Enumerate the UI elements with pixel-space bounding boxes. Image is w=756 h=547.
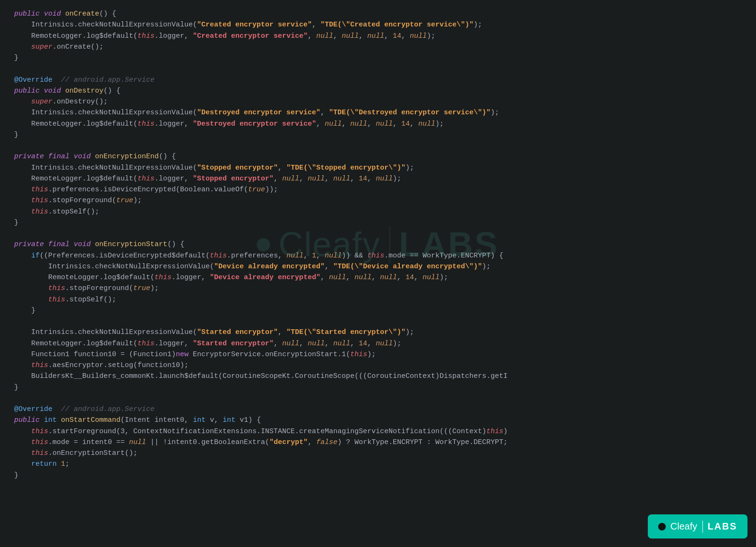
code-line: Intrinsics.checkNotNullExpressionValue("… (14, 162, 742, 173)
blank-line (14, 316, 742, 327)
code-line: RemoteLogger.log$default(this.logger, "S… (14, 173, 742, 184)
code-line: private final void onEncryptionStart() { (14, 239, 742, 250)
code-line: } (14, 52, 742, 63)
code-line: public void onCreate() { (14, 9, 742, 19)
blank-line (14, 140, 742, 151)
code-line: this.preferences.isDeviceEncrypted(Boole… (14, 184, 742, 195)
code-line: super.onDestroy(); (14, 96, 742, 107)
code-view: Cleafy LABS public void onCreate() { Int… (0, 0, 756, 489)
code-line: RemoteLogger.log$default(this.logger, "D… (14, 272, 742, 283)
code-line: RemoteLogger.log$default(this.logger, "C… (14, 31, 742, 42)
code-line: RemoteLogger.log$default(this.logger, "D… (14, 119, 742, 129)
code-line: private final void onEncryptionEnd() { (14, 151, 742, 162)
code-line: public void onDestroy() { (14, 85, 742, 96)
code-line: } (14, 217, 742, 228)
code-line: Intrinsics.checkNotNullExpressionValue("… (14, 107, 742, 118)
code-line: @Override // android.app.Service (14, 75, 742, 85)
code-line: this.startForeground(3, ContextNotificat… (14, 426, 742, 437)
badge-cleafy-text: Cleafy (670, 519, 697, 534)
badge-dot (658, 523, 666, 530)
code-line: Function1 function10 = (Function1)new En… (14, 349, 742, 360)
blank-line (14, 228, 742, 239)
code-line: RemoteLogger.log$default(this.logger, "S… (14, 338, 742, 349)
code-line: if((Preferences.isDeviceEncrypted$defaul… (14, 250, 742, 261)
cleafy-labs-badge: Cleafy LABS (648, 514, 747, 538)
code-line: this.stopForeground(true); (14, 195, 742, 206)
code-line: } (14, 382, 742, 393)
code-line: this.onEncryptionStart(); (14, 448, 742, 459)
code-line: Intrinsics.checkNotNullExpressionValue("… (14, 327, 742, 338)
code-line: } (14, 470, 742, 481)
code-line: this.stopForeground(true); (14, 283, 742, 294)
code-line: this.aesEncryptor.setLog(function10); (14, 360, 742, 371)
code-line: } (14, 305, 742, 316)
code-line: } (14, 129, 742, 140)
code-line: super.onCreate(); (14, 42, 742, 52)
badge-divider (702, 521, 703, 533)
code-line: this.stopSelf(); (14, 206, 742, 217)
code-line: this.mode = intent0 == null || !intent0.… (14, 437, 742, 448)
blank-line (14, 393, 742, 404)
code-line: return 1; (14, 459, 742, 470)
code-line: Intrinsics.checkNotNullExpressionValue("… (14, 261, 742, 272)
badge-labs-text: LABS (708, 519, 737, 534)
code-line: @Override // android.app.Service (14, 404, 742, 415)
code-line: public int onStartCommand(Intent intent0… (14, 415, 742, 426)
code-line: Intrinsics.checkNotNullExpressionValue("… (14, 19, 742, 30)
code-line: BuildersKt__Builders_commonKt.launch$def… (14, 371, 742, 382)
code-line: this.stopSelf(); (14, 294, 742, 305)
blank-line (14, 63, 742, 74)
